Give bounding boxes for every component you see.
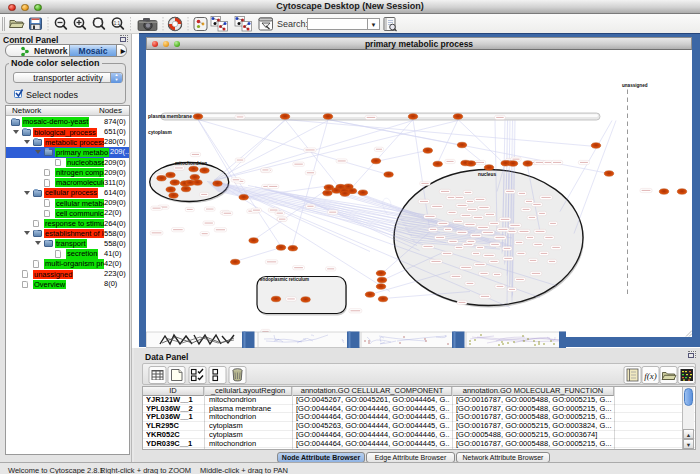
svg-text:endoplasmic reticulum: endoplasmic reticulum bbox=[260, 277, 309, 282]
svg-text:f(x): f(x) bbox=[644, 371, 657, 381]
svg-text:cytoplasm: cytoplasm bbox=[148, 129, 172, 134]
svg-text:nucleus: nucleus bbox=[478, 171, 496, 176]
svg-text:plasma membrane: plasma membrane bbox=[148, 113, 192, 119]
svg-text:unassigned: unassigned bbox=[622, 82, 648, 87]
svg-text:mitochondrion: mitochondrion bbox=[175, 161, 207, 166]
svg-text:1:1: 1:1 bbox=[114, 21, 121, 26]
